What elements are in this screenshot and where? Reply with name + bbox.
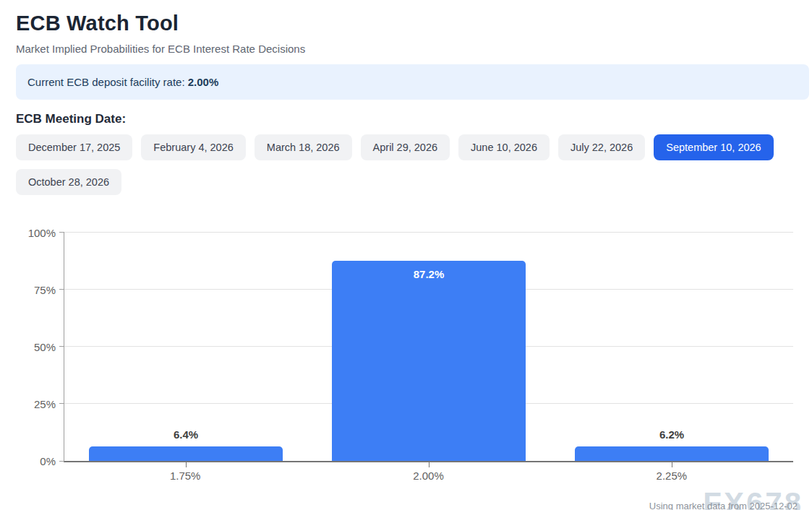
x-axis-tick-mark bbox=[186, 462, 187, 467]
meeting-date-button-feb4-2026[interactable]: February 4, 2026 bbox=[141, 134, 245, 160]
data-date-note: Using market data from 2025-12-02 bbox=[649, 501, 798, 510]
bar-column-2-00: 87.2% bbox=[307, 233, 550, 461]
y-axis-label-100: 100% bbox=[15, 227, 56, 239]
y-axis-label-0: 0% bbox=[15, 455, 56, 467]
meeting-date-button-oct28-2026[interactable]: October 28, 2026 bbox=[16, 169, 121, 195]
probability-chart: 0% 25% 50% 75% 100% 6.4% 87.2% 6.2% 1.75… bbox=[16, 233, 809, 482]
x-axis-label-1-75: 1.75% bbox=[64, 470, 307, 482]
y-axis-tick-mark bbox=[59, 289, 64, 290]
meeting-date-list: December 17, 2025 February 4, 2026 March… bbox=[16, 134, 797, 195]
current-rate-banner: Current ECB deposit facility rate: 2.00% bbox=[16, 64, 809, 100]
x-axis-label-2-00: 2.00% bbox=[307, 470, 550, 482]
meeting-date-heading: ECB Meeting Date: bbox=[16, 112, 809, 126]
y-axis-tick-mark bbox=[59, 461, 64, 462]
y-axis-label-50: 50% bbox=[15, 341, 56, 353]
bar-2-00-percent[interactable] bbox=[332, 261, 526, 461]
bar-series: 6.4% 87.2% 6.2% bbox=[64, 233, 793, 461]
bar-column-1-75: 6.4% bbox=[64, 233, 307, 461]
x-axis-label-2-25: 2.25% bbox=[550, 470, 793, 482]
current-rate-value: 2.00% bbox=[188, 76, 219, 88]
current-rate-label: Current ECB deposit facility rate: bbox=[27, 76, 185, 88]
y-axis-tick-mark bbox=[59, 346, 64, 347]
meeting-date-button-jun10-2026[interactable]: June 10, 2026 bbox=[458, 134, 550, 160]
y-axis-tick-mark bbox=[59, 403, 64, 404]
meeting-date-button-apr29-2026[interactable]: April 29, 2026 bbox=[361, 134, 450, 160]
meeting-date-button-jul22-2026[interactable]: July 22, 2026 bbox=[558, 134, 645, 160]
bar-1-75-percent[interactable] bbox=[89, 446, 283, 461]
meeting-date-button-sep10-2026-active[interactable]: September 10, 2026 bbox=[654, 134, 773, 160]
bar-column-2-25: 6.2% bbox=[550, 233, 793, 461]
meeting-date-button-dec17-2025[interactable]: December 17, 2025 bbox=[16, 134, 132, 160]
meeting-date-button-mar18-2026[interactable]: March 18, 2026 bbox=[255, 134, 352, 160]
x-axis-tick-mark bbox=[429, 462, 429, 467]
x-axis-labels: 1.75% 2.00% 2.25% bbox=[64, 470, 793, 482]
page-subtitle: Market Implied Probabilities for ECB Int… bbox=[16, 43, 809, 55]
plot-area: 0% 25% 50% 75% 100% 6.4% 87.2% 6.2% bbox=[64, 233, 793, 462]
y-axis-label-25: 25% bbox=[15, 398, 56, 410]
y-axis-tick-mark bbox=[59, 232, 64, 233]
bar-value-label-2-25: 6.2% bbox=[550, 428, 793, 441]
x-axis-tick-mark bbox=[672, 462, 672, 467]
y-axis-label-75: 75% bbox=[15, 284, 56, 296]
bar-2-25-percent[interactable] bbox=[575, 446, 769, 461]
chart-footer: FX678 Using market data from 2025-12-02 bbox=[16, 498, 809, 510]
page-title: ECB Watch Tool bbox=[16, 12, 809, 35]
bar-value-label-1-75: 6.4% bbox=[64, 428, 307, 441]
